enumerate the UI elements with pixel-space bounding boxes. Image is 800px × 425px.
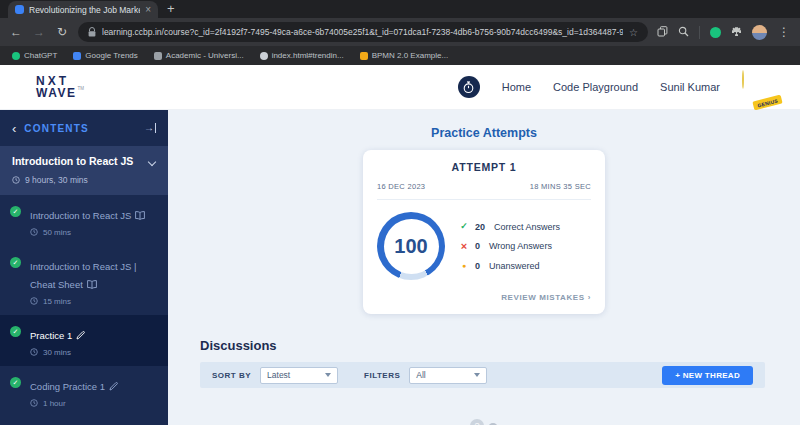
filters-selected-value: All xyxy=(416,370,425,380)
stat-label: Correct Answers xyxy=(494,222,560,232)
browser-toolbar: ← → ↻ learning.ccbp.in/course?c_id=2f419… xyxy=(0,18,800,46)
app-body: ‹ CONTENTS → Introduction to React JS 9 … xyxy=(0,110,800,425)
attempt-card: ATTEMPT 1 16 DEC 2023 18 MINS 35 SEC 100… xyxy=(363,150,605,314)
new-thread-button[interactable]: + NEW THREAD xyxy=(662,366,753,385)
contents-sidebar: ‹ CONTENTS → Introduction to React JS 9 … xyxy=(0,110,168,425)
book-icon xyxy=(135,211,145,220)
completed-check-icon: ✓ xyxy=(10,377,21,388)
streak-timer-icon[interactable] xyxy=(458,76,480,98)
app-header: NXT WAVE TM Home Code Playground Sunil K… xyxy=(0,65,800,110)
page-title: Practice Attempts xyxy=(168,126,800,140)
item-duration-text: 50 mins xyxy=(43,228,71,237)
avatar-photo xyxy=(742,70,744,89)
back-chevron-icon[interactable]: ‹ xyxy=(12,122,16,135)
stat-value: 0 xyxy=(475,241,480,251)
section-title: Introduction to React JS xyxy=(12,155,156,169)
completed-check-icon: ✓ xyxy=(10,206,21,217)
sort-by-label: SORT BY xyxy=(212,371,251,380)
bookmark-label: index.html#trendin... xyxy=(272,51,344,60)
search-icon[interactable] xyxy=(678,23,689,41)
bookmark-item[interactable]: Academic - Universi... xyxy=(154,51,244,60)
clock-icon xyxy=(30,228,38,236)
user-avatar[interactable]: GENIUS xyxy=(742,71,774,103)
bookmark-item[interactable]: ChatGPT xyxy=(12,51,57,60)
item-label: Practice 1 xyxy=(30,330,72,341)
bookmark-favicon xyxy=(154,52,162,60)
extensions-puzzle-icon[interactable] xyxy=(731,23,742,41)
nxtwave-logo[interactable]: NXT WAVE TM xyxy=(36,75,84,99)
url-bar[interactable]: learning.ccbp.in/course?c_id=2f4192f7-74… xyxy=(78,22,648,42)
bookmark-item[interactable]: index.html#trendin... xyxy=(260,51,344,60)
bookmark-favicon xyxy=(260,52,268,60)
review-mistakes-link[interactable]: REVIEW MISTAKES› xyxy=(377,293,591,302)
discussions-title: Discussions xyxy=(200,338,800,353)
clock-icon xyxy=(12,176,20,184)
logo-line2: WAVE xyxy=(36,87,76,99)
cross-icon: × xyxy=(459,241,469,252)
logo-tm: TM xyxy=(77,87,84,92)
course-section-header[interactable]: Introduction to React JS 9 hours, 30 min… xyxy=(0,146,168,195)
browser-tab[interactable]: Revolutionizing the Job Marke × xyxy=(8,1,158,18)
bookmark-favicon xyxy=(360,52,368,60)
main-content: Practice Attempts ATTEMPT 1 16 DEC 2023 … xyxy=(168,110,800,425)
item-label: Introduction to React JS | Cheat Sheet xyxy=(30,261,137,290)
clock-icon xyxy=(30,348,38,356)
reload-icon[interactable]: ↻ xyxy=(55,26,69,38)
chevron-down-icon xyxy=(325,373,331,377)
item-duration-text: 15 mins xyxy=(43,297,71,306)
sort-select[interactable]: Latest xyxy=(260,367,338,384)
bookmark-item[interactable]: Google Trends xyxy=(73,51,137,60)
review-label: REVIEW MISTAKES xyxy=(501,293,585,302)
pencil-icon xyxy=(76,331,85,340)
toolbar-right: ⋮ xyxy=(657,23,791,41)
bookmark-item[interactable]: BPMN 2.0 Example... xyxy=(360,51,448,60)
attempt-stats: ✓ 20 Correct Answers × 0 Wrong Answers ●… xyxy=(459,222,560,271)
sidebar-item-intro-react[interactable]: ✓ Introduction to React JS 50 mins xyxy=(0,195,168,246)
stat-correct: ✓ 20 Correct Answers xyxy=(459,222,560,232)
item-duration-text: 1 hour xyxy=(43,399,66,408)
chevron-down-icon xyxy=(474,373,480,377)
tab-favicon-icon xyxy=(15,5,24,14)
back-icon[interactable]: ← xyxy=(9,26,23,38)
book-icon xyxy=(87,280,97,289)
collapse-sidebar-icon[interactable]: → xyxy=(144,123,156,133)
item-duration: 1 hour xyxy=(30,399,156,408)
nav-home[interactable]: Home xyxy=(502,81,531,93)
item-duration-text: 30 mins xyxy=(43,348,71,357)
toolbar-divider xyxy=(699,26,700,39)
empty-discussions-illustration: ? xyxy=(470,419,498,425)
header-nav: Home Code Playground Sunil Kumar GENIUS xyxy=(458,71,774,103)
pencil-icon xyxy=(109,382,118,391)
nav-user-name[interactable]: Sunil Kumar xyxy=(660,81,720,93)
sidebar-item-coding-practice-1[interactable]: ✓ Coding Practice 1 1 hour xyxy=(0,366,168,417)
item-duration: 15 mins xyxy=(30,297,156,306)
bookmark-label: Google Trends xyxy=(85,51,137,60)
sidebar-item-cheat-sheet[interactable]: ✓ Introduction to React JS | Cheat Sheet… xyxy=(0,246,168,315)
filters-label: FILTERS xyxy=(364,371,400,380)
attempt-body: 100 ✓ 20 Correct Answers × 0 Wrong Answe… xyxy=(377,212,591,280)
tab-close-icon[interactable]: × xyxy=(145,5,151,15)
filters-select[interactable]: All xyxy=(409,367,487,384)
stat-label: Wrong Answers xyxy=(489,241,552,251)
forward-icon[interactable]: → xyxy=(32,26,46,38)
discussions-filter-bar: SORT BY Latest FILTERS All + NEW THREAD xyxy=(200,362,765,388)
extension-icon[interactable] xyxy=(710,27,721,38)
copy-page-icon[interactable] xyxy=(657,23,668,41)
kebab-menu-icon[interactable]: ⋮ xyxy=(777,26,791,38)
bookmark-star-icon[interactable]: ☆ xyxy=(629,27,638,38)
new-tab-button[interactable]: + xyxy=(167,1,175,16)
check-icon: ✓ xyxy=(459,222,469,231)
browser-profile-avatar[interactable] xyxy=(752,25,767,40)
nav-code-playground[interactable]: Code Playground xyxy=(553,81,638,93)
sidebar-item-practice-1[interactable]: ✓ Practice 1 30 mins xyxy=(0,315,168,366)
contents-header: ‹ CONTENTS → xyxy=(0,110,168,146)
stat-value: 0 xyxy=(475,261,480,271)
dot-icon: ● xyxy=(459,262,469,269)
attempt-time-taken: 18 MINS 35 SEC xyxy=(530,182,591,191)
contents-title: CONTENTS xyxy=(24,123,136,134)
genius-badge: GENIUS xyxy=(752,95,782,111)
screen: Revolutionizing the Job Marke × + ← → ↻ … xyxy=(0,0,800,425)
stat-unanswered: ● 0 Unanswered xyxy=(459,261,560,271)
bookmarks-bar: ChatGPT Google Trends Academic - Univers… xyxy=(0,46,800,65)
bookmark-favicon xyxy=(73,52,81,60)
